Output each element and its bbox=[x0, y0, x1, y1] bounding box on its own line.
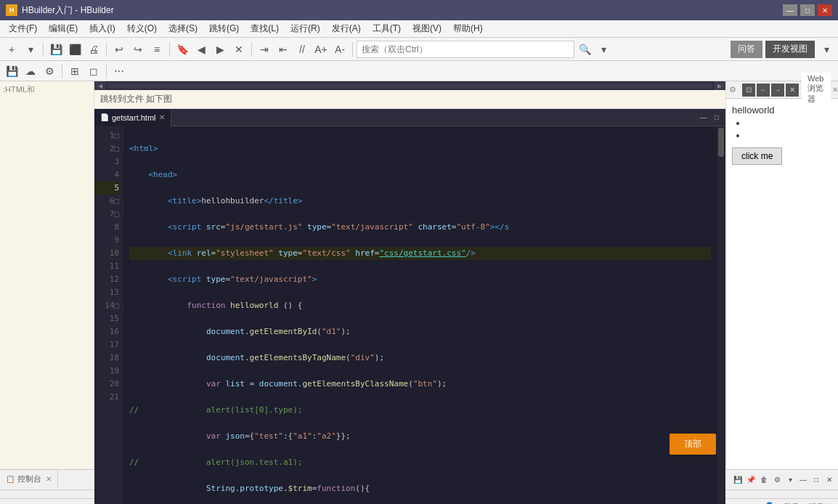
line-num-11: 11 bbox=[94, 260, 119, 273]
vertical-scrollbar[interactable] bbox=[717, 126, 725, 504]
right-tab-close[interactable]: ✕ bbox=[832, 86, 838, 94]
menu-publish[interactable]: 发行(A) bbox=[326, 21, 367, 36]
menu-jump[interactable]: 跳转(G) bbox=[203, 21, 245, 36]
redo-button[interactable]: ↪ bbox=[129, 41, 147, 58]
answer-button[interactable]: 问答 bbox=[731, 41, 762, 58]
arrow-down-button[interactable]: ▾ bbox=[22, 41, 39, 58]
line-num-20: 20 bbox=[94, 378, 119, 391]
line-num-14: 14□ bbox=[94, 299, 119, 312]
line-numbers: 1□ 2□ 3 4 5 6□ 7□ 8 9 10 11 12 13 14□ 15… bbox=[94, 126, 123, 504]
center-panel: ◀ ▶ 跳转到文件 如下图 📄 getstart.html ✕ — □ bbox=[94, 81, 725, 469]
toolbar-main: + ▾ 💾 ⬛ 🖨 ↩ ↪ ≡ 🔖 ◀ ▶ ✕ ⇥ ⇤ // A+ A- 🔍 ▾… bbox=[0, 38, 838, 61]
code-content[interactable]: <html> <head> <title>hellohbuilder</titl… bbox=[123, 126, 717, 504]
top-button[interactable]: 顶部 bbox=[670, 434, 716, 455]
save-all-button[interactable]: ⬛ bbox=[66, 41, 84, 58]
browser-nav-close2[interactable]: ✕ bbox=[786, 84, 799, 97]
code-area-wrapper: 1□ 2□ 3 4 5 6□ 7□ 8 9 10 11 12 13 14□ 15… bbox=[94, 126, 725, 504]
console-maximize-btn[interactable]: □ bbox=[810, 474, 822, 486]
console-close-btn[interactable]: ✕ bbox=[823, 474, 835, 486]
settings-btn[interactable]: ⚙ bbox=[41, 62, 58, 80]
search-arrow-button[interactable]: ▾ bbox=[595, 41, 612, 58]
search-button[interactable]: 🔍 bbox=[576, 41, 593, 58]
del-bookmark-button[interactable]: ✕ bbox=[230, 41, 248, 58]
search-input[interactable] bbox=[357, 41, 574, 58]
console-settings-btn[interactable]: ⚙ bbox=[771, 474, 783, 486]
tab-ctrl-minimize[interactable]: — bbox=[698, 112, 709, 123]
browser-nav-restore[interactable]: ⊡ bbox=[742, 84, 755, 97]
outdent-button[interactable]: ⇤ bbox=[274, 41, 292, 58]
hscroll-left-btn[interactable]: ◀ bbox=[94, 81, 106, 90]
menu-view[interactable]: 视图(V) bbox=[407, 21, 447, 36]
right-panel-tabs: ⚙ ⊡ ← → ✕ Web浏览器 ✕ bbox=[726, 81, 838, 99]
tb2-btn1[interactable]: ⊞ bbox=[66, 62, 84, 80]
prev-bookmark-button[interactable]: ◀ bbox=[192, 41, 210, 58]
comment-button[interactable]: // bbox=[293, 41, 311, 58]
left-panel: :HTML和 bbox=[0, 81, 94, 469]
menu-help[interactable]: 帮助(H) bbox=[447, 21, 489, 36]
menu-bar: 文件(F) 编辑(E) 插入(I) 转义(O) 选择(S) 跳转(G) 查找(L… bbox=[0, 20, 838, 38]
code-line-1: <html> bbox=[129, 142, 711, 155]
indent-button[interactable]: ⇥ bbox=[256, 41, 273, 58]
left-panel-content: :HTML和 bbox=[0, 81, 94, 98]
new-button[interactable]: + bbox=[3, 41, 20, 58]
bullet-item-2 bbox=[747, 130, 832, 140]
bookmark-button[interactable]: 🔖 bbox=[174, 41, 191, 58]
main-area: :HTML和 ◀ ▶ 跳转到文件 如下图 📄 getstart.html ✕ — bbox=[0, 81, 838, 469]
gear-icon[interactable]: ⚙ bbox=[726, 84, 739, 96]
tb2-arrow-button[interactable]: ⋯ bbox=[110, 62, 128, 80]
console-close-icon[interactable]: ✕ bbox=[46, 475, 52, 483]
tb2-btn2[interactable]: ◻ bbox=[85, 62, 102, 80]
bullet-item-1 bbox=[747, 118, 832, 128]
menu-find[interactable]: 查找(L) bbox=[245, 21, 285, 36]
toolbar2-sep-2 bbox=[106, 64, 107, 78]
title-bar: H HBuilder入门 - HBuilder — □ ✕ bbox=[0, 0, 838, 20]
browser-nav-forward[interactable]: → bbox=[771, 84, 784, 97]
top-hscrollbar: ◀ ▶ bbox=[94, 81, 725, 90]
menu-file[interactable]: 文件(F) bbox=[3, 21, 43, 36]
console-save-btn[interactable]: 💾 bbox=[732, 474, 744, 486]
browser-nav-back[interactable]: ← bbox=[757, 84, 770, 97]
click-me-button[interactable]: click me bbox=[732, 147, 782, 165]
line-num-15: 15 bbox=[94, 312, 119, 325]
line-num-8: 8 bbox=[94, 221, 119, 234]
tab-ctrl-maximize[interactable]: □ bbox=[711, 112, 723, 123]
minimize-button[interactable]: — bbox=[783, 4, 797, 16]
line-num-13: 13 bbox=[94, 286, 119, 299]
code-line-7: function helloworld () { bbox=[129, 299, 711, 312]
hscroll-right-btn[interactable]: ▶ bbox=[714, 81, 725, 90]
console-clear-btn[interactable]: 🗑 bbox=[758, 474, 770, 486]
hscroll-track bbox=[107, 83, 712, 89]
undo-button[interactable]: ↩ bbox=[110, 41, 128, 58]
print-button[interactable]: 🖨 bbox=[85, 41, 102, 58]
toolbar-sep-5 bbox=[352, 42, 353, 57]
line-num-5: 5 bbox=[94, 182, 119, 195]
menu-insert[interactable]: 插入(I) bbox=[84, 21, 121, 36]
code-line-2: <head> bbox=[129, 168, 711, 182]
menu-select[interactable]: 选择(S) bbox=[163, 21, 203, 36]
font-size-up-button[interactable]: A+ bbox=[312, 41, 330, 58]
menu-run[interactable]: 运行(R) bbox=[285, 21, 326, 36]
dev-view-button[interactable]: 开发视图 bbox=[765, 41, 815, 58]
menu-edit[interactable]: 编辑(E) bbox=[43, 21, 84, 36]
console-arrow-btn[interactable]: ▾ bbox=[784, 474, 796, 486]
code-line-9: document.getElementsByTagName("div"); bbox=[129, 351, 711, 365]
editor-tab-getstart[interactable]: 📄 getstart.html ✕ bbox=[94, 109, 171, 126]
toolbar2-sep-1 bbox=[62, 64, 62, 78]
toolbar-sep-2 bbox=[106, 42, 107, 57]
maximize-button[interactable]: □ bbox=[800, 4, 815, 16]
format-button[interactable]: ≡ bbox=[148, 41, 166, 58]
menu-tools[interactable]: 工具(T) bbox=[367, 21, 407, 36]
save-btn-2[interactable]: 💾 bbox=[3, 62, 20, 80]
code-line-3: <title>hellohbuilder</title> bbox=[129, 195, 711, 208]
dev-view-arrow-button[interactable]: ▾ bbox=[818, 41, 835, 58]
close-button[interactable]: ✕ bbox=[818, 4, 832, 16]
font-size-down-button[interactable]: A- bbox=[331, 41, 349, 58]
tab-close-icon[interactable]: ✕ bbox=[159, 113, 165, 121]
console-minimize-btn[interactable]: — bbox=[797, 474, 809, 486]
save-button[interactable]: 💾 bbox=[47, 41, 65, 58]
vscroll-thumb[interactable] bbox=[718, 128, 724, 157]
next-bookmark-button[interactable]: ▶ bbox=[211, 41, 229, 58]
console-pin-btn[interactable]: 📌 bbox=[745, 474, 757, 486]
cloud-btn[interactable]: ☁ bbox=[22, 62, 39, 80]
menu-escape[interactable]: 转义(O) bbox=[121, 21, 163, 36]
